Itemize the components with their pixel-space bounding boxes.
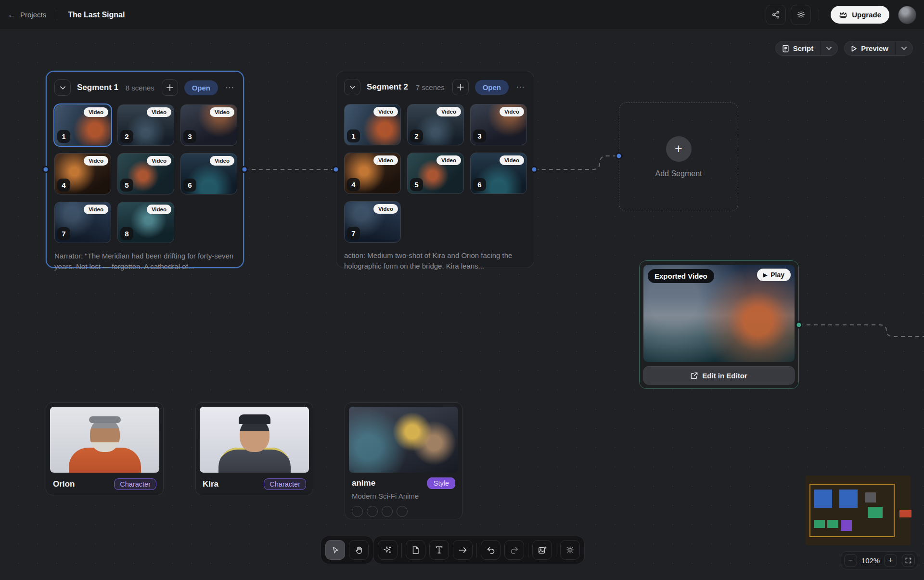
project-title: The Last Signal [68, 11, 125, 19]
video-badge: Video [500, 107, 524, 116]
toolbar-divider [476, 543, 477, 557]
chevron-down-icon [60, 86, 66, 90]
add-scene-button[interactable] [452, 79, 469, 95]
scene-thumbnail[interactable]: Video3 [180, 104, 237, 146]
scene-count: 7 scenes [416, 83, 445, 91]
tool-select-button[interactable] [325, 540, 345, 560]
zoom-out-button[interactable]: − [844, 554, 857, 567]
user-avatar[interactable] [898, 6, 916, 24]
scene-number-badge: 4 [57, 179, 70, 192]
open-segment-button[interactable]: Open [475, 80, 509, 95]
segment-caption: action: Medium two-shot of Kira and Orio… [344, 250, 525, 271]
asset-card-anime-style[interactable]: anime Style Modern Sci-Fi Anime [345, 402, 462, 519]
video-badge: Video [436, 155, 461, 165]
toolbar-divider [556, 543, 556, 557]
document-icon [411, 546, 420, 554]
zoom-controls: − 102% + [841, 551, 918, 569]
minimap-segment-2 [839, 490, 858, 508]
chevron-down-icon [349, 85, 356, 90]
scene-number-badge: 2 [410, 129, 423, 142]
preview-button[interactable]: Preview [845, 41, 895, 55]
segment-caption: Narrator: "The Meridian had been driftin… [54, 251, 235, 272]
style-swatches [349, 500, 458, 524]
video-badge: Video [147, 156, 171, 166]
add-image-button[interactable] [532, 540, 552, 560]
scene-thumbnail[interactable]: Video4 [54, 153, 111, 194]
character-portrait [50, 407, 159, 473]
scene-thumbnail[interactable]: Video2 [407, 104, 464, 145]
share-button[interactable] [766, 5, 786, 25]
tool-text-button[interactable] [429, 540, 449, 560]
asset-card-orion[interactable]: Orion Character [46, 402, 164, 495]
scene-thumbnail[interactable]: Video5 [407, 153, 464, 194]
scene-thumbnail[interactable]: Video6 [180, 153, 237, 194]
character-badge: Character [114, 478, 156, 490]
style-badge: Style [427, 477, 455, 489]
canvas-settings-button[interactable] [560, 540, 580, 560]
segment-card-1[interactable]: Segment 1 8 scenes Open ⋯ Video1Video2Vi… [46, 71, 244, 268]
video-badge: Video [373, 204, 398, 214]
gear-icon [796, 10, 806, 19]
script-button[interactable]: Script [776, 41, 821, 55]
style-swatch[interactable] [382, 506, 393, 517]
minimap[interactable] [806, 476, 911, 545]
video-badge: Video [210, 156, 234, 166]
tool-arrow-button[interactable] [453, 540, 473, 560]
toolbar-divider [528, 543, 528, 557]
play-button[interactable]: ▶ Play [757, 269, 791, 281]
back-to-projects[interactable]: ← Projects [8, 11, 46, 19]
toolbar-main-group [373, 536, 585, 564]
script-label: Script [793, 44, 814, 52]
scene-thumbnail[interactable]: Video8 [117, 202, 174, 243]
open-segment-button[interactable]: Open [184, 80, 218, 95]
preview-split-button: Preview [844, 41, 913, 56]
add-scene-button[interactable] [162, 79, 178, 96]
minimap-asset-kira [827, 520, 838, 528]
settings-button[interactable] [791, 5, 811, 25]
scene-thumbnail[interactable]: Video7 [54, 202, 111, 243]
upgrade-button[interactable]: Upgrade [831, 6, 889, 24]
exported-video-card[interactable]: Exported Video ▶ Play Edit in Editor [639, 260, 799, 389]
zoom-level: 102% [860, 556, 881, 565]
undo-button[interactable] [481, 540, 500, 560]
tool-document-button[interactable] [406, 540, 425, 560]
asset-name: Kira [203, 479, 218, 489]
collapse-segment-button[interactable] [54, 79, 71, 96]
fullscreen-button[interactable] [902, 554, 915, 567]
scene-thumbnail[interactable]: Video1 [54, 104, 111, 146]
scene-thumbnail[interactable]: Video3 [470, 104, 527, 145]
scene-number-badge: 3 [183, 130, 196, 143]
redo-button[interactable] [504, 540, 524, 560]
exported-video-badge: Exported Video [648, 269, 714, 283]
scene-number-badge: 8 [120, 227, 133, 240]
scene-number-badge: 7 [57, 227, 70, 240]
scene-thumbnail[interactable]: Video4 [344, 153, 401, 194]
tool-hand-button[interactable] [349, 540, 369, 560]
scene-thumbnail[interactable]: Video5 [117, 153, 174, 194]
asset-card-kira[interactable]: Kira Character [195, 402, 313, 495]
play-icon [851, 45, 857, 52]
preview-dropdown[interactable] [895, 41, 912, 55]
tool-ai-button[interactable] [378, 540, 398, 560]
script-dropdown[interactable] [820, 41, 837, 55]
style-swatch[interactable] [397, 506, 408, 517]
zoom-in-button[interactable]: + [884, 554, 897, 567]
segment-menu-button[interactable]: ⋯ [224, 82, 235, 93]
scene-thumbnail[interactable]: Video7 [344, 201, 401, 243]
style-swatch[interactable] [367, 506, 378, 517]
scene-grid: Video1Video2Video3Video4Video5Video6Vide… [344, 104, 526, 243]
scene-thumbnail[interactable]: Video1 [344, 104, 401, 145]
scene-number-badge: 5 [120, 179, 133, 192]
play-icon: ▶ [763, 272, 767, 278]
segment-menu-button[interactable]: ⋯ [515, 82, 526, 92]
add-segment-button[interactable]: + Add Segment [619, 103, 738, 211]
preview-label: Preview [861, 44, 888, 52]
portrait-hair [239, 414, 270, 424]
segment-card-2[interactable]: Segment 2 7 scenes Open ⋯ Video1Video2Vi… [336, 71, 534, 268]
collapse-segment-button[interactable] [344, 79, 360, 95]
scene-thumbnail[interactable]: Video2 [117, 104, 174, 146]
edit-in-editor-button[interactable]: Edit in Editor [643, 366, 795, 385]
style-swatch[interactable] [352, 506, 363, 517]
minimap-exported-video [868, 507, 883, 518]
scene-thumbnail[interactable]: Video6 [470, 153, 527, 194]
